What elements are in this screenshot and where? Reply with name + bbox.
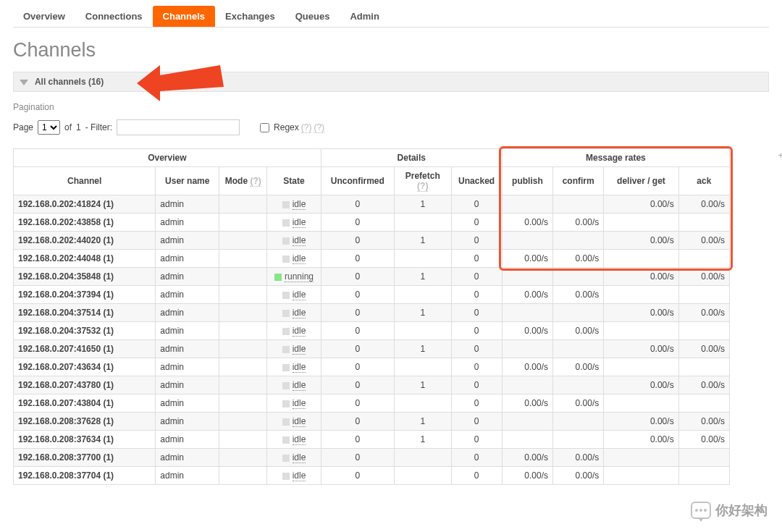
cell-channel[interactable]: 192.168.0.204:37514 (1): [14, 304, 156, 322]
tab-overview[interactable]: Overview: [13, 6, 75, 27]
regex-help-icon-2[interactable]: (?): [314, 122, 324, 133]
tab-queues[interactable]: Queues: [285, 6, 340, 27]
mode-help-icon[interactable]: (?): [250, 176, 261, 187]
prefetch-help-icon[interactable]: (?): [417, 181, 428, 192]
cell-deliver: [604, 322, 678, 340]
cell-channel[interactable]: 192.168.0.204:37532 (1): [14, 322, 156, 340]
th-group-rates: Message rates: [502, 149, 729, 167]
cell-unconfirmed: 0: [321, 340, 394, 358]
pagination-row: Page 1 of 1 - Filter: Regex (?)(?): [13, 119, 769, 135]
all-channels-toggle[interactable]: All channels (16): [13, 72, 769, 92]
cell-channel[interactable]: 192.168.0.207:43780 (1): [14, 376, 156, 394]
state-indicator-icon: [282, 436, 290, 444]
th-unacked[interactable]: Unacked: [451, 167, 502, 195]
table-row: 192.168.0.204:35848 (1)adminrunning0100.…: [14, 268, 730, 286]
th-confirm[interactable]: confirm: [553, 167, 604, 195]
cell-confirm: 0.00/s: [553, 394, 604, 413]
cell-deliver: [604, 286, 678, 304]
cell-state: idle: [267, 449, 321, 467]
section-header-label: All channels (16): [35, 77, 104, 87]
cell-confirm: 0.00/s: [553, 286, 604, 304]
cell-publish: [502, 304, 552, 322]
filter-input[interactable]: [117, 119, 240, 135]
cell-unacked: 0: [451, 340, 502, 358]
cell-unconfirmed: 0: [321, 322, 394, 340]
regex-checkbox[interactable]: [260, 123, 269, 132]
cell-ack: 0.00/s: [678, 340, 729, 358]
tab-channels[interactable]: Channels: [153, 6, 216, 27]
cell-user: admin: [156, 358, 219, 376]
cell-channel[interactable]: 192.168.0.207:43804 (1): [14, 394, 156, 413]
cell-prefetch: [394, 286, 451, 304]
state-indicator-icon: [282, 382, 290, 389]
cell-ack: 0.00/s: [678, 195, 729, 214]
cell-channel[interactable]: 192.168.0.207:41650 (1): [14, 340, 156, 358]
th-publish[interactable]: publish: [502, 167, 552, 195]
th-mode[interactable]: Mode (?): [219, 167, 267, 195]
cell-prefetch: [394, 449, 451, 467]
cell-confirm: [553, 232, 604, 250]
cell-unacked: 0: [451, 413, 502, 431]
pagination-heading: Pagination: [13, 102, 769, 112]
cell-ack: [678, 250, 729, 268]
regex-label: Regex: [274, 122, 299, 132]
th-group-details: Details: [321, 149, 502, 167]
cell-unconfirmed: 0: [321, 467, 394, 485]
table-row: 192.168.0.208:37704 (1)adminidle000.00/s…: [14, 467, 730, 485]
cell-user: admin: [156, 304, 219, 322]
tab-exchanges[interactable]: Exchanges: [215, 6, 285, 27]
cell-channel[interactable]: 192.168.0.208:37704 (1): [14, 467, 156, 485]
cell-user: admin: [156, 431, 219, 449]
cell-channel[interactable]: 192.168.0.202:41824 (1): [14, 195, 156, 214]
tab-admin[interactable]: Admin: [340, 6, 389, 27]
cell-channel[interactable]: 192.168.0.202:44020 (1): [14, 232, 156, 250]
cell-unacked: 0: [451, 394, 502, 413]
cell-ack: [678, 467, 729, 485]
cell-prefetch: 1: [394, 431, 451, 449]
th-deliver[interactable]: deliver / get: [604, 167, 678, 195]
cell-user: admin: [156, 340, 219, 358]
cell-ack: [678, 358, 729, 376]
cell-unacked: 0: [451, 322, 502, 340]
cell-publish: [502, 413, 552, 431]
cell-prefetch: 1: [394, 195, 451, 214]
regex-help-icon[interactable]: (?): [301, 122, 312, 133]
cell-publish: [502, 340, 552, 358]
cell-prefetch: [394, 322, 451, 340]
cell-mode: [219, 268, 267, 286]
cell-mode: [219, 195, 267, 214]
page-select[interactable]: 1: [38, 120, 60, 135]
cell-channel[interactable]: 192.168.0.208:37628 (1): [14, 413, 156, 431]
cell-state: running: [267, 268, 321, 286]
th-user[interactable]: User name: [156, 167, 219, 195]
cell-channel[interactable]: 192.168.0.204:37394 (1): [14, 286, 156, 304]
th-group-overview: Overview: [14, 149, 321, 167]
cell-channel[interactable]: 192.168.0.204:35848 (1): [14, 268, 156, 286]
cell-confirm: [553, 431, 604, 449]
cell-user: admin: [156, 250, 219, 268]
cell-unconfirmed: 0: [321, 394, 394, 413]
cell-channel[interactable]: 192.168.0.202:43858 (1): [14, 214, 156, 232]
cell-unacked: 0: [451, 376, 502, 394]
tab-connections[interactable]: Connections: [75, 6, 153, 27]
table-row: 192.168.0.202:41824 (1)adminidle0100.00/…: [14, 195, 730, 214]
cell-deliver: 0.00/s: [604, 340, 678, 358]
columns-toggle[interactable]: +/-: [778, 150, 782, 161]
cell-ack: [678, 214, 729, 232]
cell-publish: [502, 232, 552, 250]
cell-channel[interactable]: 192.168.0.208:37634 (1): [14, 431, 156, 449]
cell-unconfirmed: 0: [321, 286, 394, 304]
cell-confirm: 0.00/s: [553, 358, 604, 376]
cell-channel[interactable]: 192.168.0.202:44048 (1): [14, 250, 156, 268]
table-row: 192.168.0.208:37700 (1)adminidle000.00/s…: [14, 449, 730, 467]
th-state[interactable]: State: [267, 167, 321, 195]
th-unconfirmed[interactable]: Unconfirmed: [321, 167, 394, 195]
cell-channel[interactable]: 192.168.0.207:43634 (1): [14, 358, 156, 376]
cell-unacked: 0: [451, 232, 502, 250]
th-ack[interactable]: ack: [678, 167, 729, 195]
cell-publish: [502, 195, 552, 214]
th-channel[interactable]: Channel: [14, 167, 156, 195]
cell-unconfirmed: 0: [321, 413, 394, 431]
th-prefetch[interactable]: Prefetch (?): [394, 167, 451, 195]
cell-channel[interactable]: 192.168.0.208:37700 (1): [14, 449, 156, 467]
